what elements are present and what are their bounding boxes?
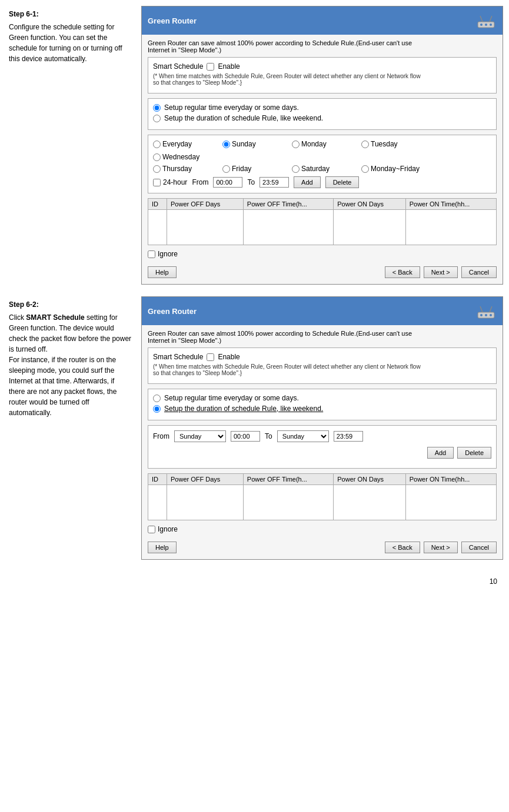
svg-point-3: [490, 24, 492, 26]
panel2-from-time-input[interactable]: [231, 431, 260, 442]
panel2-col-power-off-time: Power OFF Time(h...: [243, 474, 333, 485]
next-button[interactable]: Next >: [424, 266, 458, 278]
day-monday-label: Monday: [301, 140, 327, 148]
panel2-schedule-table: ID Power OFF Days Power OFF Time(h... Po…: [148, 473, 497, 520]
from-day-select[interactable]: Sunday Monday Tuesday Wednesday Thursday…: [174, 430, 226, 442]
to-day-select[interactable]: Sunday Monday Tuesday Wednesday Thursday…: [277, 430, 329, 442]
panel1-footer: Help < Back Next > Cancel: [148, 263, 497, 279]
duration-row: From Sunday Monday Tuesday Wednesday Thu…: [153, 430, 491, 442]
radio2-input[interactable]: [153, 115, 161, 122]
panel2-duration-section: From Sunday Monday Tuesday Wednesday Thu…: [148, 425, 497, 469]
day-saturday-radio[interactable]: [292, 165, 300, 173]
ignore-row: Ignore: [148, 250, 497, 258]
router-icon2: [475, 300, 497, 322]
day-thursday-radio[interactable]: [153, 165, 161, 173]
radio2-label: Setup the duration of schedule Rule, lik…: [164, 114, 323, 122]
panel2-radio2[interactable]: [153, 405, 161, 413]
smart-schedule-row: Smart Schedule Enable: [153, 62, 491, 71]
ignore-checkbox[interactable]: [148, 250, 155, 258]
page-layout: Step 6-1: Configure the schedule setting…: [6, 6, 503, 586]
panel1-note: (* When time matches with Schedule Rule,…: [153, 73, 491, 86]
day-tuesday-radio[interactable]: [361, 141, 369, 148]
panel1-table-section: ID Power OFF Days Power OFF Time(h... Po…: [148, 198, 497, 245]
step2-bold: SMART Schedule: [26, 313, 84, 322]
ignore-label: Ignore: [158, 250, 178, 258]
panel2-col-power-on-time: Power ON Time(hh...: [405, 474, 496, 485]
step2-text: Step 6-2: Click SMART Schedule setting f…: [6, 296, 135, 421]
svg-point-8: [485, 314, 487, 316]
panel2-next-button[interactable]: Next >: [424, 542, 458, 553]
hour24-label: 24-hour: [163, 178, 187, 186]
panel2-footer: Help < Back Next > Cancel: [148, 538, 497, 554]
day-everyday-radio[interactable]: [153, 141, 161, 148]
panel1-body: Green Router can save almost 100% power …: [142, 35, 503, 284]
panel2-help-button[interactable]: Help: [148, 542, 177, 553]
delete-button[interactable]: Delete: [325, 176, 360, 188]
schedule-table: ID Power OFF Days Power OFF Time(h... Po…: [148, 198, 497, 245]
day-saturday: Saturday: [292, 165, 357, 173]
svg-point-2: [485, 24, 487, 26]
add-button[interactable]: Add: [294, 176, 321, 188]
panel2-smart-label: Smart Schedule: [153, 353, 203, 361]
day-thursday: Thursday: [153, 165, 218, 173]
day-monday-radio[interactable]: [292, 141, 300, 148]
step2-description: Click SMART Schedule setting for Green f…: [9, 312, 132, 418]
step1-text: Step 6-1: Configure the schedule setting…: [6, 6, 135, 67]
panel2-cancel-button[interactable]: Cancel: [461, 542, 497, 553]
panel2-back-button[interactable]: < Back: [385, 542, 420, 553]
back-button[interactable]: < Back: [385, 266, 420, 278]
day-friday-radio[interactable]: [222, 165, 230, 173]
day-friday-label: Friday: [232, 165, 251, 173]
panel2-table-section: ID Power OFF Days Power OFF Time(h... Po…: [148, 473, 497, 520]
day-sunday-radio[interactable]: [222, 141, 230, 148]
day-wednesday-radio[interactable]: [153, 153, 161, 161]
footer-right: < Back Next > Cancel: [385, 266, 497, 278]
to-time-input[interactable]: [260, 177, 289, 188]
day-everyday-label: Everyday: [162, 140, 192, 148]
cancel-button[interactable]: Cancel: [461, 266, 497, 278]
panel2-add-button[interactable]: Add: [427, 447, 454, 459]
radio1-label: Setup regular time everyday or some days…: [164, 103, 299, 112]
day-wednesday: Wednesday: [153, 153, 218, 161]
panel1-days-section: Everyday Sunday Monday Tuesday: [148, 135, 497, 193]
day-everyday: Everyday: [153, 140, 218, 148]
col-id: ID: [148, 199, 167, 210]
panel2-note: (* When time matches with Schedule Rule,…: [153, 363, 491, 376]
panel2-radio2-row: Setup the duration of schedule Rule, lik…: [153, 405, 491, 413]
panel1: Green Router Green Router can save almos…: [141, 6, 503, 285]
panel2-to-time-input[interactable]: [334, 431, 363, 442]
panel2-header: Green Router: [142, 297, 503, 325]
step1-block: Step 6-1: Configure the schedule setting…: [6, 6, 503, 285]
panel2-col-id: ID: [148, 474, 167, 485]
panel2-smart-checkbox[interactable]: [207, 353, 214, 361]
panel2-delete-button[interactable]: Delete: [457, 447, 491, 459]
panel2-body: Green Router can save almost 100% power …: [142, 325, 503, 559]
svg-line-10: [480, 306, 483, 312]
panel2-col-power-on-days: Power ON Days: [334, 474, 405, 485]
to-label: To: [247, 178, 255, 186]
radio1-input[interactable]: [153, 104, 161, 112]
days-row: Everyday Sunday Monday Tuesday: [153, 140, 491, 161]
panel2-smart-row: Smart Schedule Enable: [153, 353, 491, 361]
panel1-desc: Green Router can save almost 100% power …: [148, 39, 497, 54]
panel2-title: Green Router: [148, 307, 197, 316]
add-delete-row: Add Delete: [153, 447, 491, 459]
panel2-ignore-checkbox[interactable]: [148, 526, 155, 533]
panel2-ignore-row: Ignore: [148, 525, 497, 533]
day-sunday-label: Sunday: [232, 140, 256, 148]
panel2-desc: Green Router can save almost 100% power …: [148, 330, 497, 344]
panel2-radio1[interactable]: [153, 395, 161, 402]
smart-schedule-checkbox[interactable]: [207, 63, 214, 71]
panel1-smart-section: Smart Schedule Enable (* When time match…: [148, 57, 497, 93]
hour24-checkbox[interactable]: [153, 179, 161, 186]
panel2-radio1-row: Setup regular time everyday or some days…: [153, 394, 491, 402]
day-thursday-label: Thursday: [162, 165, 192, 173]
day-monfri-radio[interactable]: [361, 165, 369, 173]
panel1-radio-section: Setup regular time everyday or some days…: [148, 98, 497, 130]
day-mon-fri: Monday~Friday: [361, 165, 426, 173]
from-time-input[interactable]: [213, 177, 242, 188]
day-friday: Friday: [222, 165, 287, 173]
svg-point-7: [480, 314, 483, 316]
panel2-radio2-label: Setup the duration of schedule Rule, lik…: [164, 405, 323, 413]
help-button[interactable]: Help: [148, 266, 177, 278]
